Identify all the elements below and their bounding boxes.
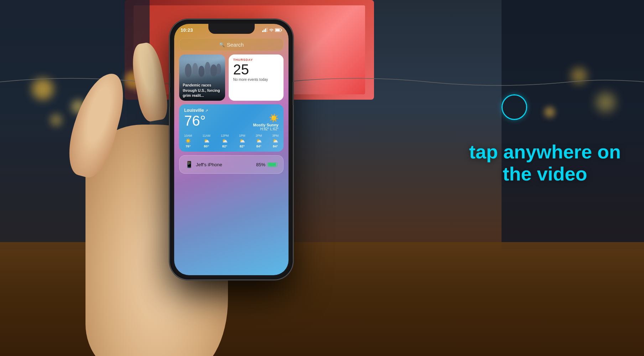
tap-anywhere-text-area: tap anywhere on the video: [469, 141, 621, 185]
tap-text-line1: tap anywhere on: [469, 141, 621, 163]
tap-text-line2: the video: [469, 163, 621, 185]
cursor-circle-indicator: [502, 94, 527, 120]
